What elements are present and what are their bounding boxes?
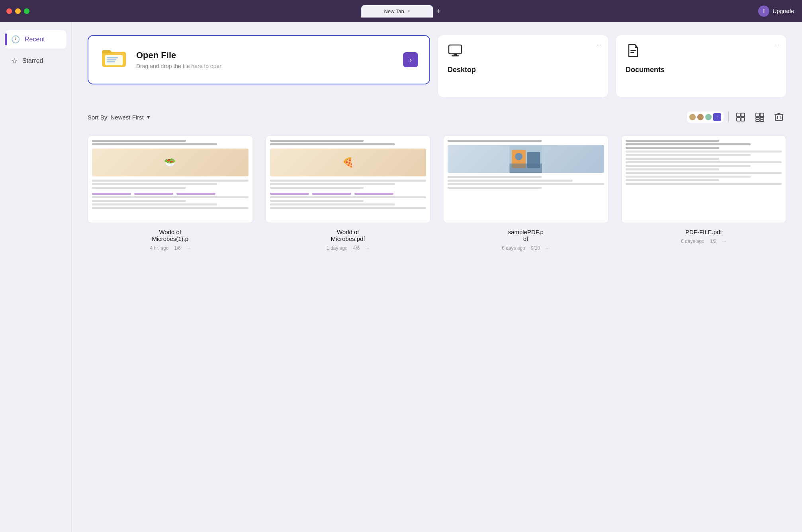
file-more-4[interactable]: ··· (722, 239, 726, 244)
close-button[interactable] (6, 8, 12, 14)
sidebar-item-recent[interactable]: 🕐 Recent (5, 30, 67, 49)
svg-rect-2 (107, 57, 118, 59)
sidebar-item-starred[interactable]: ☆ Starred (5, 52, 67, 70)
avatar: I (758, 6, 769, 17)
svg-rect-5 (449, 45, 462, 54)
documents-icon (626, 43, 641, 61)
svg-rect-22 (778, 113, 780, 115)
file-time-4: 6 days ago (681, 239, 704, 244)
svg-rect-17 (760, 117, 764, 119)
file-meta-4: 6 days ago 1/2 ··· (621, 239, 786, 244)
desktop-label: Desktop (448, 66, 476, 74)
grid-dense-view-button[interactable] (734, 110, 748, 124)
svg-rect-15 (760, 113, 764, 117)
file-meta-1: 4 hr. ago 1/6 ··· (88, 245, 253, 251)
svg-rect-11 (741, 113, 745, 117)
svg-rect-10 (737, 113, 740, 117)
file-card-1[interactable]: 🥗 World o (88, 135, 253, 251)
file-name-1: World of Microbes(1).p (152, 229, 188, 242)
file-thumbnail-1: 🥗 (88, 135, 253, 223)
star-icon: ☆ (11, 57, 18, 65)
file-card-4[interactable]: PDF-FILE.pdf 6 days ago 1/2 ··· (621, 135, 786, 251)
view-divider (728, 111, 729, 123)
open-file-title: Open File (136, 50, 223, 61)
svg-rect-9 (630, 52, 634, 53)
color-dot-3 (705, 114, 712, 120)
file-more-1[interactable]: ··· (186, 245, 190, 251)
open-file-text: Open File Drag and drop the file here to… (136, 50, 223, 69)
sort-label: Sort By: Newest First (88, 114, 144, 121)
sidebar-item-label-recent: Recent (25, 36, 45, 43)
svg-rect-14 (756, 113, 759, 117)
open-file-subtitle: Drag and drop the file here to open (136, 63, 223, 69)
quick-access-documents[interactable]: ··· Documents (616, 35, 786, 97)
documents-more-icon[interactable]: ··· (775, 41, 780, 49)
file-time-3: 6 days ago (502, 245, 525, 251)
delete-button[interactable] (772, 110, 786, 124)
file-grid: 🥗 World o (88, 135, 786, 251)
desktop-more-icon[interactable]: ··· (597, 41, 602, 49)
svg-rect-29 (509, 164, 542, 173)
open-file-card[interactable]: Open File Drag and drop the file here to… (88, 35, 430, 84)
file-time-1: 4 hr. ago (150, 245, 169, 251)
tab-label: New Tab (384, 8, 404, 14)
main-content: Open File Drag and drop the file here to… (72, 22, 802, 532)
file-pages-2: 4/6 (353, 245, 360, 251)
svg-rect-18 (756, 120, 759, 121)
tab-close-icon[interactable]: × (407, 8, 410, 14)
svg-rect-20 (775, 115, 782, 121)
chevron-down-icon: ▾ (147, 113, 150, 121)
svg-rect-8 (630, 50, 636, 51)
svg-rect-19 (760, 120, 764, 121)
file-thumbnail-4 (621, 135, 786, 223)
file-thumbnail-3 (443, 135, 608, 223)
new-tab-button[interactable]: + (436, 7, 441, 16)
svg-rect-16 (756, 117, 759, 119)
top-section: Open File Drag and drop the file here to… (88, 35, 786, 97)
thumbnail-image-2: 🍕 (270, 149, 426, 176)
file-card-3[interactable]: samplePDF.p df 6 days ago 9/10 ··· (443, 135, 608, 251)
minimize-button[interactable] (15, 8, 21, 14)
file-name-2: World of Microbes.pdf (331, 229, 365, 242)
color-strip: ‹ (687, 111, 724, 123)
svg-rect-4 (107, 61, 115, 63)
sidebar: 🕐 Recent ☆ Starred (0, 22, 72, 532)
svg-rect-7 (452, 55, 459, 57)
recent-icon: 🕐 (11, 35, 20, 44)
color-dot-2 (697, 114, 704, 120)
upgrade-button[interactable]: I Upgrade (758, 6, 794, 17)
file-more-3[interactable]: ··· (546, 245, 550, 251)
svg-rect-3 (107, 59, 116, 61)
file-name-4: PDF-FILE.pdf (685, 229, 722, 235)
file-thumbnail-2: 🍕 (266, 135, 431, 223)
folder-icon (101, 47, 127, 72)
tab-new-tab[interactable]: New Tab × (361, 5, 433, 18)
quick-access-desktop[interactable]: ··· Desktop (438, 35, 608, 97)
file-pages-1: 1/6 (174, 245, 181, 251)
file-meta-3: 6 days ago 9/10 ··· (443, 245, 608, 251)
file-card-2[interactable]: 🍕 World o (266, 135, 431, 251)
svg-rect-6 (454, 54, 457, 55)
view-controls: ‹ (687, 110, 786, 124)
active-indicator (5, 33, 7, 45)
tab-bar: New Tab × + (361, 5, 441, 18)
arrow-icon: › (409, 56, 412, 64)
file-pages-4: 1/2 (710, 239, 717, 244)
maximize-button[interactable] (24, 8, 29, 14)
file-more-2[interactable]: ··· (365, 245, 369, 251)
titlebar: New Tab × + I Upgrade (0, 0, 802, 22)
color-dot-1 (689, 114, 696, 120)
file-name-3: samplePDF.p df (508, 229, 544, 242)
sort-button[interactable]: Sort By: Newest First ▾ (88, 113, 150, 121)
open-file-arrow-button[interactable]: › (403, 52, 418, 67)
color-arrow-button[interactable]: ‹ (713, 113, 721, 121)
thumbnail-image: 🥗 (92, 149, 248, 176)
thumbnail-image-3 (448, 145, 604, 173)
file-pages-3: 9/10 (531, 245, 540, 251)
upgrade-label: Upgrade (773, 8, 794, 14)
grid-view-button[interactable] (753, 110, 767, 124)
file-time-2: 1 day ago (327, 245, 348, 251)
traffic-lights (6, 8, 29, 14)
svg-rect-12 (737, 117, 740, 121)
controls-row: Sort By: Newest First ▾ ‹ (88, 110, 786, 124)
